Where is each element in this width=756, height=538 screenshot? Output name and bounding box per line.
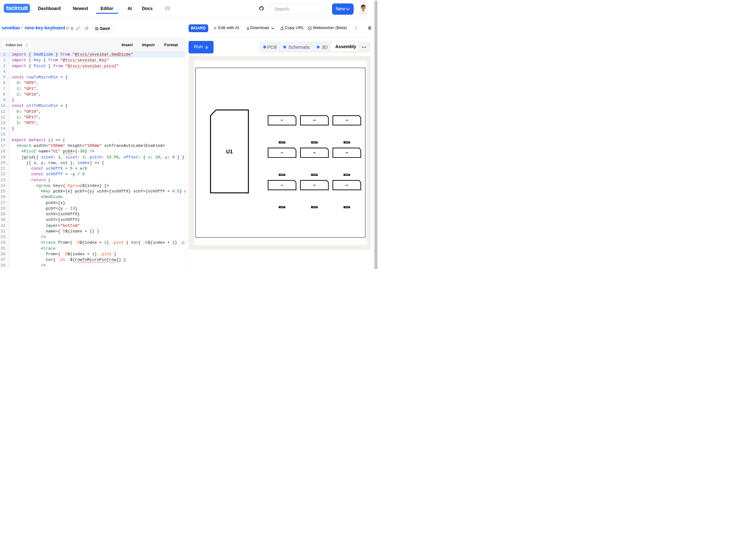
svg-text:K5: K5 xyxy=(313,152,316,154)
svg-text:K7: K7 xyxy=(281,119,283,121)
svg-text:K3: K3 xyxy=(345,184,348,186)
svg-text:K9: K9 xyxy=(345,119,348,121)
svg-text:K6: K6 xyxy=(345,152,348,154)
svg-text:K2: K2 xyxy=(313,184,316,186)
svg-text:U1: U1 xyxy=(226,148,233,154)
svg-text:K8: K8 xyxy=(313,119,316,121)
svg-text:K1: K1 xyxy=(281,184,283,186)
svg-text:K4: K4 xyxy=(281,152,283,154)
